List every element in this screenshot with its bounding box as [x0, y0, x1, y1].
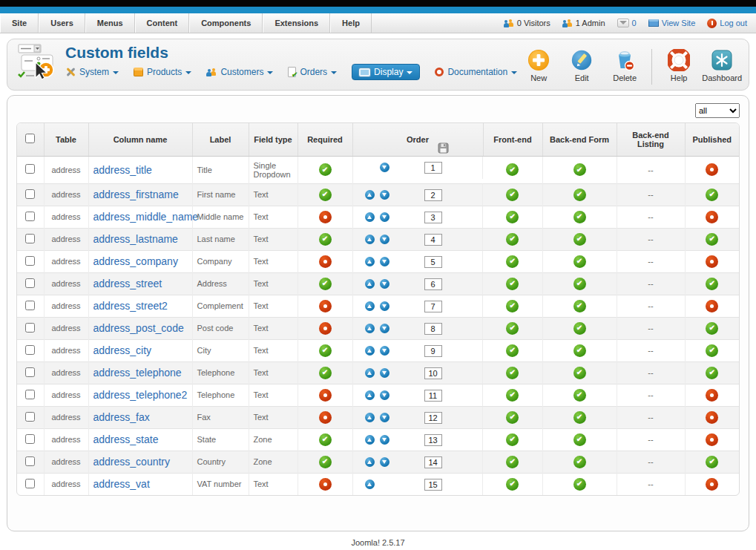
submenu-documentation[interactable]: Documentation — [435, 67, 517, 77]
back-end-form-enabled-icon[interactable] — [573, 456, 586, 468]
required-enabled-icon[interactable] — [319, 233, 332, 246]
published-disabled-icon[interactable] — [706, 163, 718, 176]
row-checkbox[interactable] — [25, 456, 35, 466]
back-end-form-enabled-icon[interactable] — [573, 478, 586, 491]
required-enabled-icon[interactable] — [319, 278, 332, 290]
menubar-item-components[interactable]: Components — [189, 13, 263, 33]
move-up-icon[interactable] — [365, 190, 375, 200]
move-up-icon[interactable] — [365, 279, 375, 289]
delete-button[interactable]: Delete — [603, 49, 646, 82]
required-enabled-icon[interactable] — [319, 189, 332, 201]
published-enabled-icon[interactable] — [706, 189, 718, 201]
order-input[interactable] — [424, 301, 442, 312]
front-end-enabled-icon[interactable] — [506, 411, 519, 424]
column-name-link[interactable]: address_street — [93, 278, 162, 289]
move-down-icon[interactable] — [380, 235, 389, 244]
dashboard-button[interactable]: Dashboard — [700, 49, 743, 82]
front-end-enabled-icon[interactable] — [506, 322, 519, 335]
menubar-item-extensions[interactable]: Extensions — [263, 13, 330, 33]
move-down-icon[interactable] — [380, 324, 389, 333]
move-up-icon[interactable] — [365, 479, 375, 489]
published-enabled-icon[interactable] — [706, 278, 718, 290]
required-enabled-icon[interactable] — [319, 344, 332, 357]
required-disabled-icon[interactable] — [319, 411, 332, 424]
order-input[interactable] — [424, 189, 442, 201]
move-up-icon[interactable] — [365, 235, 375, 244]
column-name-link[interactable]: address_street2 — [93, 300, 168, 312]
move-up-icon[interactable] — [365, 368, 375, 378]
row-checkbox[interactable] — [25, 479, 35, 488]
column-name-link[interactable]: address_firstname — [93, 189, 179, 200]
submenu-display[interactable]: Display — [352, 64, 420, 80]
back-end-form-enabled-icon[interactable] — [573, 211, 586, 223]
back-end-form-enabled-icon[interactable] — [573, 367, 586, 379]
order-input[interactable] — [424, 367, 442, 379]
move-down-icon[interactable] — [380, 279, 389, 289]
required-disabled-icon[interactable] — [319, 389, 332, 402]
menubar-item-help[interactable]: Help — [330, 13, 372, 33]
column-name-link[interactable]: address_state — [93, 433, 159, 445]
move-down-icon[interactable] — [380, 346, 389, 356]
row-checkbox[interactable] — [25, 390, 35, 399]
submenu-customers[interactable]: Customers — [206, 67, 273, 77]
move-up-icon[interactable] — [365, 257, 375, 266]
submenu-products[interactable]: Products — [134, 67, 191, 77]
column-name-link[interactable]: address_title — [93, 164, 152, 176]
front-end-enabled-icon[interactable] — [506, 255, 519, 268]
menubar-item-content[interactable]: Content — [135, 13, 190, 33]
required-disabled-icon[interactable] — [319, 300, 332, 312]
log-out-link[interactable]: Log out — [707, 19, 747, 28]
move-up-icon[interactable] — [365, 457, 375, 467]
save-order-icon[interactable] — [438, 143, 449, 154]
column-name-link[interactable]: address_country — [93, 456, 171, 468]
order-input[interactable] — [424, 256, 442, 268]
required-disabled-icon[interactable] — [319, 255, 332, 268]
move-up-icon[interactable] — [365, 324, 375, 333]
submenu-system[interactable]: System — [65, 67, 119, 77]
move-up-icon[interactable] — [365, 346, 375, 356]
back-end-form-enabled-icon[interactable] — [573, 389, 586, 402]
view-site-link[interactable]: View Site — [648, 19, 696, 27]
published-disabled-icon[interactable] — [706, 478, 718, 491]
move-down-icon[interactable] — [380, 190, 389, 200]
order-input[interactable] — [424, 162, 442, 174]
visitors-status[interactable]: 0 Visitors — [504, 19, 550, 27]
row-checkbox[interactable] — [25, 189, 35, 199]
order-input[interactable] — [424, 278, 442, 290]
move-down-icon[interactable] — [380, 212, 389, 222]
published-disabled-icon[interactable] — [706, 300, 718, 312]
published-enabled-icon[interactable] — [706, 344, 718, 357]
order-input[interactable] — [424, 390, 442, 402]
order-input[interactable] — [424, 479, 442, 491]
front-end-enabled-icon[interactable] — [506, 478, 519, 491]
move-up-icon[interactable] — [365, 301, 375, 311]
front-end-enabled-icon[interactable] — [506, 367, 519, 379]
published-disabled-icon[interactable] — [706, 255, 718, 268]
column-name-link[interactable]: address_lastname — [93, 233, 178, 245]
required-disabled-icon[interactable] — [319, 478, 332, 491]
row-checkbox[interactable] — [25, 434, 35, 444]
back-end-form-enabled-icon[interactable] — [573, 300, 586, 312]
back-end-form-enabled-icon[interactable] — [573, 255, 586, 268]
required-disabled-icon[interactable] — [319, 322, 332, 335]
order-input[interactable] — [424, 412, 442, 424]
column-name-link[interactable]: address_telephone2 — [93, 389, 188, 401]
front-end-enabled-icon[interactable] — [506, 389, 519, 402]
move-up-icon[interactable] — [365, 212, 375, 222]
menubar-item-menus[interactable]: Menus — [85, 13, 135, 33]
column-name-link[interactable]: address_middle_name — [93, 211, 199, 223]
column-name-link[interactable]: address_post_code — [93, 322, 184, 334]
move-down-icon[interactable] — [380, 301, 389, 311]
list-limit-select[interactable]: all — [695, 103, 740, 118]
front-end-enabled-icon[interactable] — [506, 456, 519, 468]
front-end-enabled-icon[interactable] — [506, 233, 519, 246]
published-enabled-icon[interactable] — [706, 367, 718, 379]
column-name-link[interactable]: address_company — [93, 255, 178, 267]
row-checkbox[interactable] — [25, 212, 35, 221]
column-name-link[interactable]: address_vat — [93, 478, 150, 490]
new-button[interactable]: New — [517, 49, 560, 82]
move-up-icon[interactable] — [365, 390, 375, 400]
row-checkbox[interactable] — [25, 412, 35, 422]
front-end-enabled-icon[interactable] — [506, 300, 519, 312]
back-end-form-enabled-icon[interactable] — [573, 411, 586, 424]
